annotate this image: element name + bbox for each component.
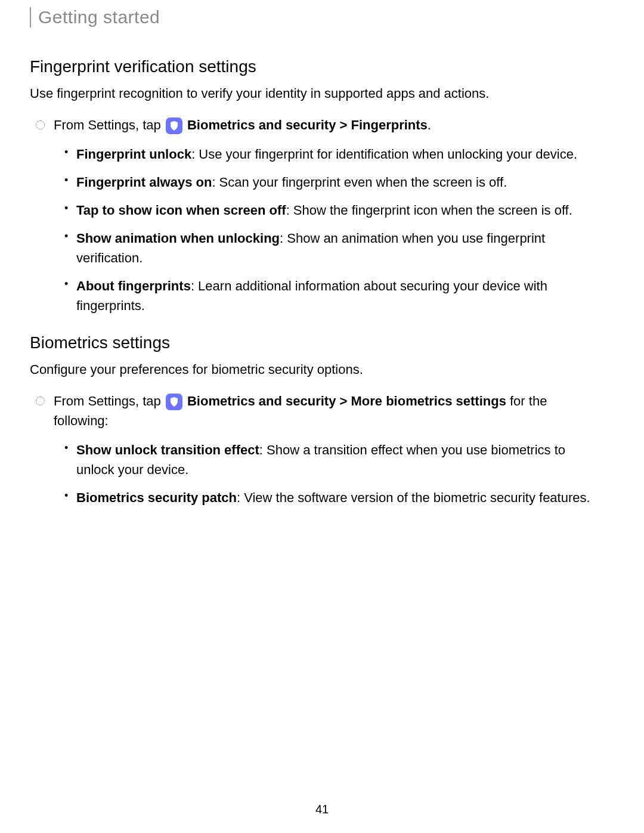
step-prefix: From Settings, tap xyxy=(54,117,165,132)
section-desc-fingerprint: Use fingerprint recognition to verify yo… xyxy=(30,83,602,103)
sub-list-2: Show unlock transition effect: Show a tr… xyxy=(54,440,602,507)
step-prefix: From Settings, tap xyxy=(54,394,165,408)
sub-item-bold: About fingerprints xyxy=(76,278,191,293)
step-sep-1: > xyxy=(336,117,351,132)
shield-icon xyxy=(166,394,182,410)
step-sep-1: > xyxy=(336,394,351,408)
sub-item: Fingerprint always on: Scan your fingerp… xyxy=(76,172,602,192)
sub-item: Tap to show icon when screen off: Show t… xyxy=(76,200,602,220)
sub-item-bold: Show animation when unlocking xyxy=(76,231,280,246)
page-header: Getting started xyxy=(30,7,602,27)
step-bold-1: Biometrics and security xyxy=(187,394,336,408)
sub-item-bold: Biometrics security patch xyxy=(76,490,237,505)
sub-item-text: : Show the fingerprint icon when the scr… xyxy=(286,203,572,218)
section-desc-biometrics: Configure your preferences for biometric… xyxy=(30,360,602,379)
page-number: 41 xyxy=(315,803,329,816)
step-bold-2: Fingerprints xyxy=(351,117,428,132)
section-heading-biometrics: Biometrics settings xyxy=(30,333,602,352)
shield-icon xyxy=(166,117,182,134)
sub-item: Fingerprint unlock: Use your fingerprint… xyxy=(76,144,602,164)
step-bold-1: Biometrics and security xyxy=(187,117,336,132)
sub-item-text: : Use your fingerprint for identificatio… xyxy=(191,147,577,162)
step-list-1: From Settings, tap Biometrics and securi… xyxy=(30,115,602,315)
sub-item-text: : Scan your fingerprint even when the sc… xyxy=(212,175,507,190)
sub-item-bold: Fingerprint always on xyxy=(76,175,212,190)
step-bold-2: More biometrics settings xyxy=(351,394,506,408)
header-title: Getting started xyxy=(38,7,602,27)
section-heading-fingerprint: Fingerprint verification settings xyxy=(30,57,602,76)
sub-item: About fingerprints: Learn additional inf… xyxy=(76,276,602,315)
step-item: From Settings, tap Biometrics and securi… xyxy=(54,115,602,315)
sub-item-bold: Show unlock transition effect xyxy=(76,442,259,457)
sub-item-bold: Tap to show icon when screen off xyxy=(76,203,286,218)
sub-list-1: Fingerprint unlock: Use your fingerprint… xyxy=(54,144,602,315)
sub-item-text: : View the software version of the biome… xyxy=(237,490,590,505)
step-item: From Settings, tap Biometrics and securi… xyxy=(54,391,602,507)
step-list-2: From Settings, tap Biometrics and securi… xyxy=(30,391,602,507)
sub-item: Show animation when unlocking: Show an a… xyxy=(76,228,602,268)
sub-item-bold: Fingerprint unlock xyxy=(76,147,191,162)
sub-item: Show unlock transition effect: Show a tr… xyxy=(76,440,602,479)
step-suffix: . xyxy=(428,117,431,132)
sub-item: Biometrics security patch: View the soft… xyxy=(76,488,602,507)
